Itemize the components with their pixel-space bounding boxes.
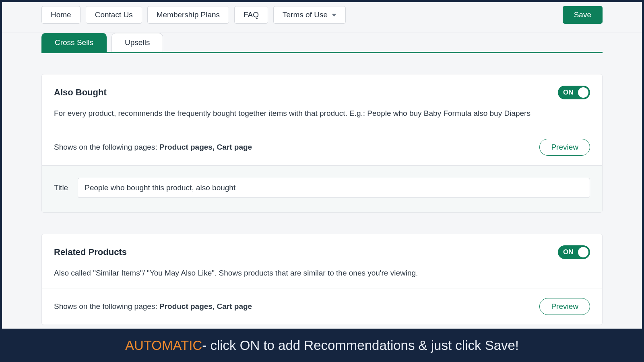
toggle-related[interactable]: ON	[558, 245, 590, 259]
tab-upsells[interactable]: Upsells	[111, 33, 163, 52]
chevron-down-icon	[332, 14, 336, 16]
toggle-label: ON	[563, 88, 574, 97]
card-title: Related Products	[54, 247, 127, 257]
title-label: Title	[54, 183, 68, 192]
title-input[interactable]	[78, 178, 590, 198]
tabs: Cross Sells Upsells	[41, 33, 603, 53]
shows-text: Shows on the following pages: Product pa…	[54, 143, 252, 152]
footer-highlight: AUTOMATIC	[125, 338, 202, 353]
nav-terms[interactable]: Terms of Use	[273, 6, 346, 24]
card-head-row: Related Products ON	[54, 245, 590, 259]
footer-banner: AUTOMATIC - click ON to add Recommendati…	[0, 329, 644, 362]
card-head: Also Bought ON For every product, recomm…	[42, 74, 602, 129]
shows-pages: Product pages, Cart page	[159, 302, 252, 311]
card-desc: Also called "Similar Items"/ "You May Al…	[54, 268, 590, 279]
card-shows: Shows on the following pages: Product pa…	[42, 288, 602, 325]
card-head-row: Also Bought ON	[54, 86, 590, 99]
nav-faq[interactable]: FAQ	[234, 6, 268, 24]
card-title: Also Bought	[54, 87, 107, 98]
nav-home[interactable]: Home	[41, 6, 80, 24]
preview-button-related[interactable]: Preview	[539, 298, 590, 315]
footer-rest: - click ON to add Recommendations & just…	[202, 338, 519, 353]
nav-membership[interactable]: Membership Plans	[147, 6, 229, 24]
toggle-knob	[578, 87, 588, 98]
top-nav: Home Contact Us Membership Plans FAQ Ter…	[2, 2, 642, 33]
nav-terms-label: Terms of Use	[283, 10, 328, 19]
save-button[interactable]: Save	[563, 6, 603, 24]
card-related-products: Related Products ON Also called "Similar…	[41, 234, 603, 325]
card-desc: For every product, recommends the freque…	[54, 108, 590, 119]
card-shows: Shows on the following pages: Product pa…	[42, 129, 602, 165]
shows-prefix: Shows on the following pages:	[54, 143, 159, 151]
card-also-bought: Also Bought ON For every product, recomm…	[41, 74, 603, 213]
tab-cross-sells[interactable]: Cross Sells	[41, 33, 107, 52]
title-input-row: Title	[42, 165, 602, 212]
toggle-also-bought[interactable]: ON	[558, 86, 590, 99]
shows-pages: Product pages, Cart page	[159, 143, 252, 151]
app-frame: Home Contact Us Membership Plans FAQ Ter…	[2, 2, 642, 329]
card-head: Related Products ON Also called "Similar…	[42, 234, 602, 288]
toggle-label: ON	[563, 248, 574, 256]
shows-prefix: Shows on the following pages:	[54, 302, 159, 311]
nav-contact[interactable]: Contact Us	[86, 6, 142, 24]
toggle-knob	[578, 247, 588, 257]
tabs-container: Cross Sells Upsells	[2, 33, 642, 53]
content: Also Bought ON For every product, recomm…	[2, 53, 642, 325]
shows-text: Shows on the following pages: Product pa…	[54, 302, 252, 311]
preview-button-also-bought[interactable]: Preview	[539, 139, 590, 156]
